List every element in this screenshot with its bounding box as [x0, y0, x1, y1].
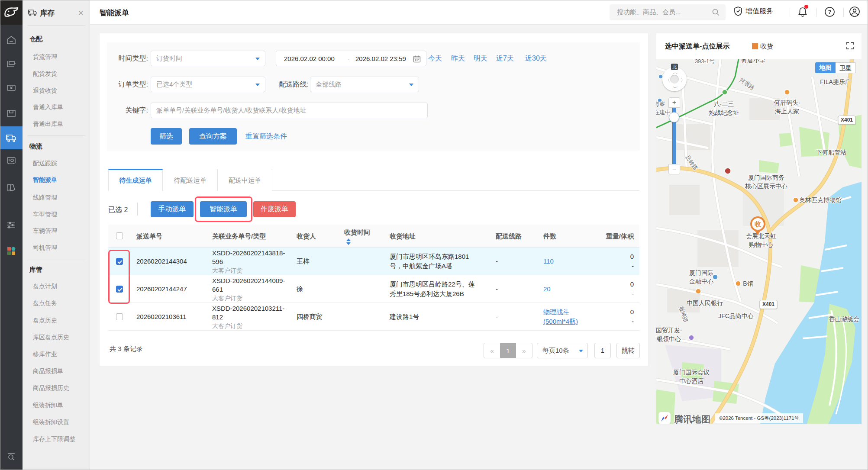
table-row[interactable]: 20260202144247 XSDD-20260202144009- 661 …	[108, 275, 639, 303]
map-label: 奥林匹克博物馆	[799, 196, 842, 204]
sidebar-item-zhineng-paidan[interactable]: 智能派单	[33, 176, 57, 184]
prev-page-button[interactable]: «	[484, 343, 500, 358]
divider	[27, 260, 85, 260]
quick-link-yesterday[interactable]: 昨天	[451, 54, 465, 63]
rail-safe-icon[interactable]	[0, 149, 23, 172]
map-label: JFC品尚中心	[718, 312, 754, 320]
sidebar-item-rukudan[interactable]: 普通入库单	[33, 103, 63, 111]
legend-receive-label: 收货	[760, 42, 773, 51]
sidebar-item-peisong-genzong[interactable]: 配送跟踪	[33, 160, 57, 167]
quick-link-7days[interactable]: 近7天	[496, 54, 514, 63]
manual-dispatch-button[interactable]: 手动派单	[151, 201, 194, 217]
zoom-slider-handle[interactable]	[669, 112, 679, 122]
sidebar-item-pandian-lishi[interactable]: 盘点历史	[33, 317, 57, 325]
rail-home-icon[interactable]	[0, 29, 23, 52]
avatar-button[interactable]	[849, 6, 860, 19]
satellite-mode-button[interactable]: 卫星	[836, 62, 856, 73]
pan-right-icon[interactable]: 〉	[681, 77, 686, 84]
keyword-input[interactable]: 派单单号/关联业务单号/收货人/收货联系人/收货地址	[151, 103, 428, 118]
sidebar-item-kucun-tiaozheng[interactable]: 库存上下限调整	[33, 435, 75, 443]
sidebar-item-baosun-lishi[interactable]: 商品报损历史	[33, 384, 69, 392]
query-plan-button[interactable]: 查询方案	[189, 128, 237, 145]
map-label: 八·二三炮战纪念址	[709, 100, 739, 117]
map[interactable]: 393-1号 何厝小学 FILA斐乐广 何厝路 八·二三炮战纪念址 何厝码头·海…	[656, 59, 862, 424]
sidebar-item-zuzhuang-dan[interactable]: 组装拆卸单	[33, 402, 63, 409]
col-receive-time[interactable]: 收货时间	[344, 229, 370, 237]
sidebar-item-baosun-dan[interactable]: 商品报损单	[33, 367, 63, 375]
table-row[interactable]: 20260202103611 XSDD-20260202103211- 812 …	[108, 303, 639, 331]
current-page[interactable]: 1	[500, 343, 516, 358]
sort-desc-icon[interactable]	[346, 242, 351, 245]
sidebar-item-cheliang[interactable]: 车辆管理	[33, 227, 57, 235]
next-page-button[interactable]: »	[516, 343, 532, 358]
rail-package-icon[interactable]	[0, 102, 23, 125]
pan-center[interactable]	[670, 75, 679, 84]
sidebar-item-chukudan[interactable]: 普通出库单	[33, 120, 63, 128]
rail-forklift-icon[interactable]	[0, 52, 23, 75]
page-size-select[interactable]: 每页10条	[537, 343, 588, 358]
zoom-in-button[interactable]: +	[668, 97, 680, 108]
app-logo[interactable]	[0, 0, 23, 25]
zoom-out-button[interactable]: −	[668, 164, 680, 174]
help-button[interactable]: ?	[824, 6, 835, 19]
chevron-down-icon	[255, 84, 260, 86]
expand-icon[interactable]	[846, 42, 854, 49]
row-checkbox[interactable]	[116, 313, 123, 320]
rail-settings-icon[interactable]	[0, 214, 23, 236]
sidebar-item-peihuo[interactable]: 配货发货	[33, 70, 57, 78]
rail-search-icon[interactable]	[0, 445, 23, 467]
rail-money-icon[interactable]	[0, 77, 23, 99]
sidebar-item-yiku[interactable]: 移库作业	[33, 351, 57, 358]
notification-bell-button[interactable]	[797, 6, 808, 19]
jump-button[interactable]: 跳转	[616, 343, 640, 358]
sidebar-section-cangpei: 仓配	[29, 35, 42, 43]
sidebar-item-zuzhuang-shezhi[interactable]: 组装拆卸设置	[33, 418, 69, 426]
sidebar-item-tuihuo[interactable]: 退货收货	[33, 87, 57, 95]
sidebar-item-kuqu-pandian[interactable]: 库区盘点历史	[33, 334, 69, 341]
pan-down-icon[interactable]: ﹀	[673, 84, 678, 92]
pan-left-icon[interactable]: 〈	[665, 77, 670, 84]
qty-link[interactable]: 20	[543, 285, 551, 293]
rail-archive-icon[interactable]	[0, 176, 23, 199]
map-mode-button[interactable]: 地图	[815, 62, 836, 73]
route-value: 全部线路	[316, 80, 342, 89]
sidebar-item-pandian-jihua[interactable]: 盘点计划	[33, 283, 57, 290]
sort-asc-icon[interactable]	[346, 238, 351, 241]
quick-link-30days[interactable]: 近30天	[525, 54, 547, 63]
rail-apps-icon[interactable]	[0, 240, 23, 262]
table-header: 派送单号 关联业务单号/类型 收货人 收货时间 收货地址 配送线路 件数 重量/…	[108, 225, 639, 248]
sidebar-item-pandian-renwu[interactable]: 盘点任务	[33, 299, 57, 307]
qty-link[interactable]: 物理战斗	[543, 308, 569, 316]
filter-button[interactable]: 筛选	[151, 128, 182, 145]
divider	[137, 203, 138, 216]
quick-link-tomorrow[interactable]: 明天	[474, 54, 487, 63]
vas-label: 增值服务	[745, 7, 773, 16]
tab-pending-delivery[interactable]: 待配送运单	[163, 169, 217, 191]
route-select[interactable]: 全部线路	[310, 77, 419, 92]
sidebar-header: 库存 ✕	[23, 0, 90, 25]
selected-count: 已选 2	[108, 206, 128, 215]
jump-page-input[interactable]: 1	[594, 343, 611, 358]
rail-logistics-icon[interactable]	[0, 126, 23, 149]
tab-in-delivery[interactable]: 配送中运单	[217, 169, 272, 191]
select-all-checkbox[interactable]	[116, 232, 123, 239]
qty-link[interactable]: 110	[543, 257, 554, 266]
sidebar-item-xianlu[interactable]: 线路管理	[33, 194, 57, 202]
sidebar-close-icon[interactable]: ✕	[78, 9, 84, 18]
sidebar-item-chexing[interactable]: 车型管理	[33, 211, 57, 219]
date-range-picker[interactable]: 2026.02.02 00:00 - 2026.02.02 23:59	[276, 51, 426, 66]
time-type-select[interactable]: 订货时间	[151, 51, 265, 66]
main-card: 时间类型: 订货时间 2026.02.02 00:00 - 2026.02.02…	[100, 33, 648, 366]
sidebar-item-huoliu[interactable]: 货流管理	[33, 53, 57, 61]
reset-filter-link[interactable]: 重置筛选条件	[245, 132, 287, 141]
map-pan-control[interactable]: ︿ ﹀ 〈 〉	[662, 67, 687, 91]
order-type-select[interactable]: 已选4个类型	[151, 77, 265, 92]
sidebar-item-siji[interactable]: 司机管理	[33, 244, 57, 252]
quick-link-today[interactable]: 今天	[428, 54, 442, 63]
receive-pin-marker[interactable]: 收	[750, 216, 765, 232]
void-dispatch-button[interactable]: 作废派单	[253, 201, 296, 217]
table-row[interactable]: 20260202144304 XSDD-20260202143818- 596 …	[108, 248, 639, 275]
vas-button[interactable]: 增值服务	[733, 6, 773, 16]
global-search-input[interactable]: 搜功能、商品、会员...	[610, 4, 726, 20]
tab-pending-generate[interactable]: 待生成运单	[108, 169, 163, 191]
